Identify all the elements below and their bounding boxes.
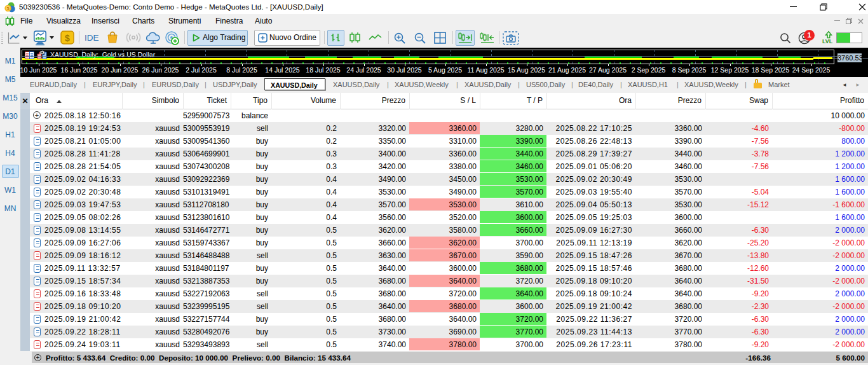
svg-text:5: 5 <box>7 6 10 11</box>
svg-text:$: $ <box>65 33 70 43</box>
